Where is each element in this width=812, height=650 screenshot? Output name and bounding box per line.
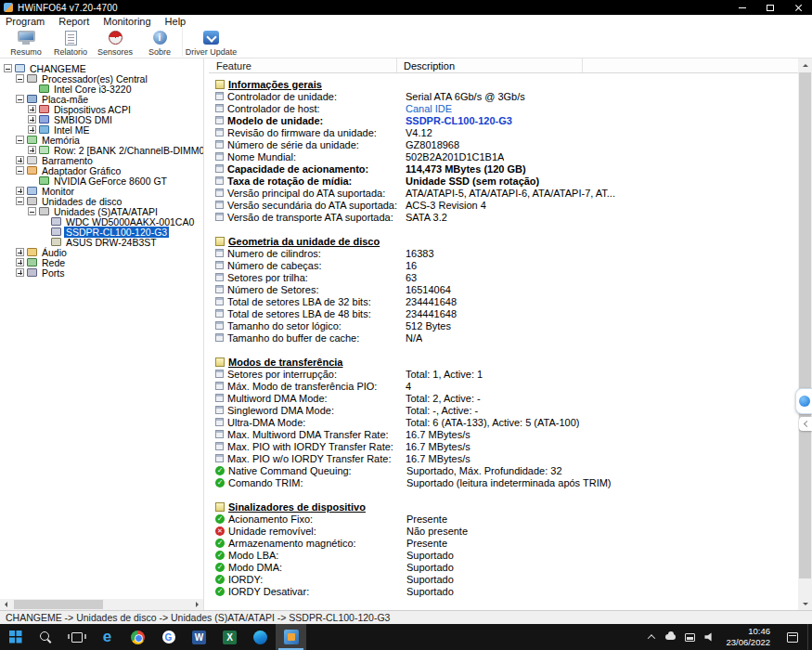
- table-vertical-scrollbar[interactable]: [798, 58, 812, 610]
- feature-row-iordy-desativar[interactable]: IORDY Desativar:Suportado: [209, 585, 798, 597]
- feature-row-native-command-queuing[interactable]: Native Command Queuing:Suportado, Máx. P…: [209, 464, 798, 476]
- menu-report[interactable]: Report: [53, 16, 97, 27]
- feature-row-tamanho-do-setor-l-gico[interactable]: Tamanho do setor lógico:512 Bytes: [209, 319, 798, 332]
- feature-row-revis-o-do-firmware-da-unidade[interactable]: Revisão do firmware da unidade:V4.12: [209, 126, 798, 138]
- toolbar-button-relatorio[interactable]: Relatorio: [48, 28, 93, 57]
- feature-row-setores-por-interrup-o[interactable]: Setores por interrupção:Total: 1, Active…: [209, 368, 798, 380]
- feature-row-ultra-dma-mode[interactable]: Ultra-DMA Mode:Total: 6 (ATA-133), Activ…: [209, 416, 798, 428]
- tree-item-changeme[interactable]: CHANGEME: [0, 63, 203, 73]
- collapse-minus-icon[interactable]: [16, 95, 24, 103]
- tree-item-unidades-de-disco[interactable]: Unidades de disco: [0, 196, 203, 206]
- taskbar-start-button[interactable]: [0, 624, 31, 650]
- tree-item-nvidia-geforce-8600-gt[interactable]: NVIDIA GeForce 8600 GT: [0, 176, 203, 186]
- sidebar-collapse-handle[interactable]: [799, 417, 812, 431]
- sidebar-flyout-handle[interactable]: [795, 388, 812, 414]
- expand-plus-icon[interactable]: [28, 115, 36, 124]
- expand-plus-icon[interactable]: [16, 187, 24, 195]
- toolbar-button-driver-update[interactable]: Driver Update: [182, 28, 239, 57]
- vertical-scroll-thumb[interactable]: [799, 72, 811, 578]
- scroll-left-arrow[interactable]: [0, 599, 12, 610]
- tree-item-asus-drw-24b3st[interactable]: ASUS DRW-24B3ST: [0, 237, 203, 247]
- tray-volume-button[interactable]: [700, 624, 719, 650]
- horizontal-scroll-thumb[interactable]: [14, 600, 103, 609]
- collapse-minus-icon[interactable]: [16, 74, 24, 83]
- feature-row-iordy[interactable]: IORDY:Suportado: [209, 573, 798, 585]
- expand-plus-icon[interactable]: [16, 258, 24, 266]
- tree-item-monitor[interactable]: Monitor: [0, 186, 203, 196]
- minimize-button[interactable]: [728, 0, 756, 15]
- collapse-minus-icon[interactable]: [16, 197, 24, 205]
- feature-row-modo-dma[interactable]: Modo DMA:Suportado: [209, 561, 798, 573]
- taskbar-search-button[interactable]: [31, 624, 61, 650]
- feature-row-total-de-setores-lba-de-32-bits[interactable]: Total de setores LBA de 32 bits:23444164…: [209, 295, 798, 307]
- show-desktop-button[interactable]: [807, 624, 812, 650]
- action-center-button[interactable]: [777, 624, 807, 650]
- feature-row-nome-mundial[interactable]: Nome Mundial:502B2A201D1C1B1A: [209, 150, 798, 162]
- taskbar-clock[interactable]: 10:46 23/06/2022: [719, 626, 777, 648]
- feature-row-vers-o-principal-do-ata-suportada[interactable]: Versão principal do ATA suportada:ATA/AT…: [209, 187, 798, 199]
- feature-row-max-pio-with-iordy-transfer-rate[interactable]: Max. PIO with IORDY Transfer Rate:16.7 M…: [209, 440, 798, 452]
- tree-item-smbios-dmi[interactable]: SMBIOS DMI: [0, 114, 203, 124]
- taskbar-task-view-button[interactable]: [61, 624, 92, 650]
- collapse-minus-icon[interactable]: [28, 207, 36, 215]
- feature-row-vers-o-de-transporte-ata-suportada[interactable]: Versão de transporte ATA suportada:SATA …: [209, 211, 798, 223]
- expand-plus-icon[interactable]: [16, 268, 24, 277]
- close-button[interactable]: [784, 0, 812, 15]
- feature-row-n-mero-de-setores[interactable]: Número de Setores:16514064: [209, 283, 798, 295]
- taskbar-edge-button[interactable]: [92, 624, 122, 650]
- collapse-minus-icon[interactable]: [16, 166, 24, 175]
- feature-row-armazenamento-magn-tico[interactable]: Armazenamento magnético:Presente: [209, 537, 798, 549]
- feature-row-tamanho-do-buffer-de-cache[interactable]: Tamanho do buffer de cache:N/A: [209, 332, 798, 344]
- tree-horizontal-scrollbar[interactable]: [0, 599, 203, 610]
- horizontal-scroll-track[interactable]: [12, 599, 191, 610]
- feature-row-total-de-setores-lba-de-48-bits[interactable]: Total de setores LBA de 48 bits:23444164…: [209, 307, 798, 319]
- tray-network-button[interactable]: [680, 624, 700, 650]
- tree-item-rede[interactable]: Rede: [0, 257, 203, 267]
- taskbar-google-button[interactable]: [153, 624, 184, 650]
- column-header-feature[interactable]: Feature: [209, 58, 397, 72]
- taskbar-excel-button[interactable]: [214, 624, 245, 650]
- taskbar-edge-browser-button[interactable]: [245, 624, 276, 650]
- column-header-description[interactable]: Description: [397, 58, 583, 72]
- maximize-button[interactable]: [756, 0, 784, 15]
- menu-help[interactable]: Help: [160, 16, 195, 27]
- feature-row-n-mero-de-cabe-as[interactable]: Número de cabeças:16: [209, 259, 798, 271]
- feature-row-singleword-dma-mode[interactable]: Singleword DMA Mode:Total: -, Active: -: [209, 404, 798, 416]
- tree-item-udio[interactable]: Áudio: [0, 247, 203, 257]
- feature-row-n-mero-de-s-rie-da-unidade[interactable]: Número de série da unidade:GZ8018968: [209, 138, 798, 150]
- toolbar-button-sobre[interactable]: Sobre: [137, 28, 182, 57]
- feature-row-vers-o-secund-ria-do-ata-suportada[interactable]: Versão secundária do ATA suportada:ACS-3…: [209, 199, 798, 211]
- tree-item-processador-es-central[interactable]: Processador(es) Central: [0, 73, 203, 84]
- tree-item-ssdpr-cl100-120-g3[interactable]: SSDPR-CL100-120-G3: [0, 227, 203, 237]
- tree-item-unidades-s-ata-atapi[interactable]: Unidades (S)ATA/ATAPI: [0, 206, 203, 216]
- feature-row-acionamento-fixo[interactable]: Acionamento Fixo:Presente: [209, 513, 798, 525]
- menu-monitoring[interactable]: Monitoring: [97, 16, 159, 27]
- feature-row-max-multiword-dma-transfer-rate[interactable]: Max. Multiword DMA Transfer Rate:16.7 MB…: [209, 428, 798, 440]
- tree-item-row-2-bank-2-channelb-dimm0-4-gb-i[interactable]: Row: 2 [BANK 2/ChannelB-DIMM0] - 4 GB I: [0, 145, 203, 155]
- tree-item-ports[interactable]: Ports: [0, 267, 203, 278]
- feature-row-controlador-de-unidade[interactable]: Controlador de unidade:Serial ATA 6Gb/s …: [209, 90, 798, 102]
- tree-item-wdc-wd5000aakx-001ca0[interactable]: WDC WD5000AAKX-001CA0: [0, 216, 203, 227]
- feature-row-setores-por-trilha[interactable]: Setores por trilha:63: [209, 271, 798, 283]
- title-bar[interactable]: HWiNFO64 v7.20-4700: [0, 0, 812, 15]
- taskbar-word-button[interactable]: [184, 624, 214, 650]
- tray-chevron-up-button[interactable]: [641, 624, 661, 650]
- feature-row-modo-lba[interactable]: Modo LBA:Suportado: [209, 549, 798, 561]
- collapse-minus-icon[interactable]: [16, 136, 24, 144]
- tree-item-adaptador-gr-fico[interactable]: Adaptador Gráfico: [0, 165, 203, 176]
- tree-item-barramento[interactable]: Barramento: [0, 155, 203, 165]
- feature-row-comando-trim[interactable]: Comando TRIM:Suportado (leitura indeterm…: [209, 476, 798, 488]
- expand-plus-icon[interactable]: [28, 146, 36, 154]
- tree-item-intel-me[interactable]: Intel ME: [0, 124, 203, 135]
- feature-row-modelo-de-unidade[interactable]: Modelo de unidade:SSDPR-CL100-120-G3: [209, 114, 798, 126]
- feature-row-m-x-modo-de-transfer-ncia-pio[interactable]: Máx. Modo de transferência PIO:4: [209, 380, 798, 392]
- tree-item-dispositivos-acpi[interactable]: Dispositivos ACPI: [0, 104, 203, 114]
- tree-item-placa-m-e[interactable]: Placa-mãe: [0, 94, 203, 104]
- tray-cloud-button[interactable]: [661, 624, 680, 650]
- scroll-right-arrow[interactable]: [191, 599, 203, 610]
- collapse-minus-icon[interactable]: [4, 64, 12, 72]
- taskbar-hwinfo-button[interactable]: [276, 624, 306, 650]
- taskbar-chrome-button[interactable]: [122, 624, 153, 650]
- toolbar-button-resumo[interactable]: Resumo: [4, 28, 48, 57]
- expand-plus-icon[interactable]: [28, 125, 36, 134]
